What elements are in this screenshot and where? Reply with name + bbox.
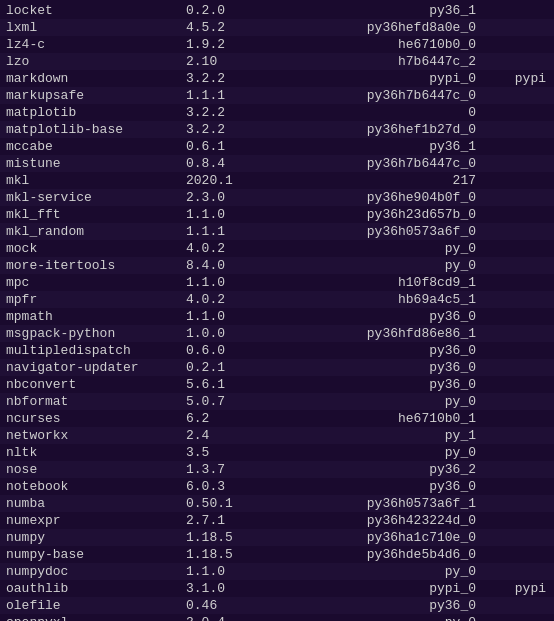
- table-row: lxml4.5.2py36hefd8a0e_0: [0, 19, 554, 36]
- package-channel: pypi: [476, 581, 546, 596]
- table-row: matplotlib-base3.2.2py36hef1b27d_0: [0, 121, 554, 138]
- package-build: he6710b0_1: [276, 411, 476, 426]
- package-name: mkl_fft: [6, 207, 186, 222]
- package-version: 3.5: [186, 445, 276, 460]
- package-version: 3.2.2: [186, 122, 276, 137]
- package-name: nltk: [6, 445, 186, 460]
- package-version: 1.1.1: [186, 88, 276, 103]
- package-version: 0.2.1: [186, 360, 276, 375]
- package-name: multipledispatch: [6, 343, 186, 358]
- package-name: mpfr: [6, 292, 186, 307]
- table-row: ncurses6.2he6710b0_1: [0, 410, 554, 427]
- table-row: markupsafe1.1.1py36h7b6447c_0: [0, 87, 554, 104]
- package-build: py_0: [276, 241, 476, 256]
- package-name: matplotlib-base: [6, 122, 186, 137]
- package-build: pypi_0: [276, 581, 476, 596]
- table-row: msgpack-python1.0.0py36hfd86e86_1: [0, 325, 554, 342]
- package-name: mccabe: [6, 139, 186, 154]
- package-build: py36ha1c710e_0: [276, 530, 476, 545]
- package-build: 217: [276, 173, 476, 188]
- table-row: numpydoc1.1.0py_0: [0, 563, 554, 580]
- table-row: markdown3.2.2pypi_0pypi: [0, 70, 554, 87]
- package-version: 3.0.4: [186, 615, 276, 621]
- package-build: pypi_0: [276, 71, 476, 86]
- package-build: 0: [276, 105, 476, 120]
- package-name: msgpack-python: [6, 326, 186, 341]
- package-version: 1.0.0: [186, 326, 276, 341]
- package-name: mpc: [6, 275, 186, 290]
- package-version: 2020.1: [186, 173, 276, 188]
- package-version: 5.6.1: [186, 377, 276, 392]
- table-row: nltk3.5py_0: [0, 444, 554, 461]
- package-version: 0.2.0: [186, 3, 276, 18]
- table-row: lz4-c1.9.2he6710b0_0: [0, 36, 554, 53]
- package-name: numpy: [6, 530, 186, 545]
- table-row: openpyxl3.0.4py_0: [0, 614, 554, 621]
- package-version: 2.7.1: [186, 513, 276, 528]
- package-version: 1.1.0: [186, 275, 276, 290]
- package-name: numba: [6, 496, 186, 511]
- package-name: more-itertools: [6, 258, 186, 273]
- package-build: h10f8cd9_1: [276, 275, 476, 290]
- package-version: 1.1.1: [186, 224, 276, 239]
- package-name: notebook: [6, 479, 186, 494]
- table-row: matplotib3.2.20: [0, 104, 554, 121]
- package-version: 3.1.0: [186, 581, 276, 596]
- package-name: mkl: [6, 173, 186, 188]
- package-version: 4.0.2: [186, 241, 276, 256]
- package-build: py36he904b0f_0: [276, 190, 476, 205]
- package-build: py36_2: [276, 462, 476, 477]
- package-name: mkl-service: [6, 190, 186, 205]
- table-row: nbconvert5.6.1py36_0: [0, 376, 554, 393]
- package-build: py36_0: [276, 479, 476, 494]
- package-name: ncurses: [6, 411, 186, 426]
- table-row: mpmath1.1.0py36_0: [0, 308, 554, 325]
- package-version: 3.2.2: [186, 105, 276, 120]
- package-build: py36h0573a6f_1: [276, 496, 476, 511]
- package-build: h7b6447c_2: [276, 54, 476, 69]
- package-name: numpy-base: [6, 547, 186, 562]
- package-version: 4.5.2: [186, 20, 276, 35]
- package-name: nose: [6, 462, 186, 477]
- package-build: py36_1: [276, 3, 476, 18]
- package-build: py36_1: [276, 139, 476, 154]
- package-build: he6710b0_0: [276, 37, 476, 52]
- package-name: mock: [6, 241, 186, 256]
- package-version: 0.8.4: [186, 156, 276, 171]
- package-version: 0.46: [186, 598, 276, 613]
- package-build: py_0: [276, 258, 476, 273]
- table-row: networkx2.4py_1: [0, 427, 554, 444]
- package-version: 1.1.0: [186, 564, 276, 579]
- table-row: numba0.50.1py36h0573a6f_1: [0, 495, 554, 512]
- package-name: networkx: [6, 428, 186, 443]
- table-row: notebook6.0.3py36_0: [0, 478, 554, 495]
- table-row: mkl_random1.1.1py36h0573a6f_0: [0, 223, 554, 240]
- table-row: mpfr4.0.2hb69a4c5_1: [0, 291, 554, 308]
- package-name: navigator-updater: [6, 360, 186, 375]
- table-row: numpy1.18.5py36ha1c710e_0: [0, 529, 554, 546]
- table-row: navigator-updater0.2.1py36_0: [0, 359, 554, 376]
- package-build: py_1: [276, 428, 476, 443]
- package-version: 4.0.2: [186, 292, 276, 307]
- package-name: mpmath: [6, 309, 186, 324]
- package-name: nbformat: [6, 394, 186, 409]
- package-version: 0.6.1: [186, 139, 276, 154]
- package-version: 2.10: [186, 54, 276, 69]
- package-version: 1.3.7: [186, 462, 276, 477]
- package-build: hb69a4c5_1: [276, 292, 476, 307]
- package-version: 1.1.0: [186, 207, 276, 222]
- package-version: 2.4: [186, 428, 276, 443]
- package-name: lxml: [6, 20, 186, 35]
- package-build: py36h423224d_0: [276, 513, 476, 528]
- package-build: py36hefd8a0e_0: [276, 20, 476, 35]
- package-version: 1.18.5: [186, 530, 276, 545]
- package-version: 1.9.2: [186, 37, 276, 52]
- package-build: py36h23d657b_0: [276, 207, 476, 222]
- package-build: py_0: [276, 445, 476, 460]
- table-row: oauthlib3.1.0pypi_0pypi: [0, 580, 554, 597]
- package-build: py_0: [276, 615, 476, 621]
- package-version: 1.18.5: [186, 547, 276, 562]
- package-name: olefile: [6, 598, 186, 613]
- package-name: markdown: [6, 71, 186, 86]
- package-version: 0.6.0: [186, 343, 276, 358]
